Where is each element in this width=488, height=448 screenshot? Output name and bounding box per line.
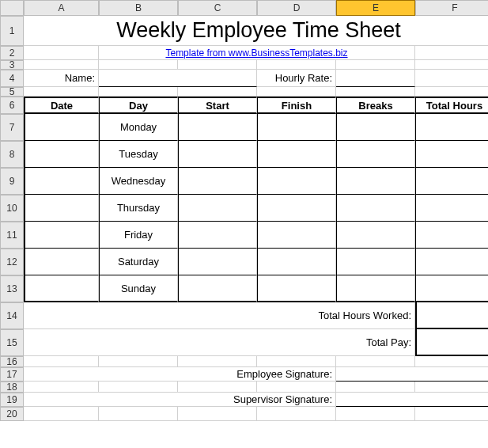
cell-r18c2[interactable] [178, 382, 257, 393]
cell-r3c1[interactable] [99, 60, 178, 70]
data-cell-r1c5[interactable] [415, 141, 488, 168]
total-hours-worked-value[interactable] [415, 302, 488, 329]
cell-r20c2[interactable] [178, 407, 257, 421]
cell-r18c0[interactable] [24, 382, 99, 393]
row-header-5[interactable]: 5 [0, 87, 24, 97]
row-header-9[interactable]: 9 [0, 168, 24, 195]
data-cell-r3c3[interactable] [257, 195, 336, 222]
cell-r16c4[interactable] [336, 356, 415, 367]
day-cell-3[interactable]: Thursday [99, 195, 178, 222]
data-cell-r2c5[interactable] [415, 168, 488, 195]
cell-r18c3[interactable] [257, 382, 336, 393]
template-link[interactable]: Template from www.BusinessTemplates.biz [99, 46, 415, 60]
data-cell-r1c0[interactable] [24, 141, 99, 168]
data-cell-r2c3[interactable] [257, 168, 336, 195]
data-cell-r1c2[interactable] [178, 141, 257, 168]
row-header-15[interactable]: 15 [0, 329, 24, 356]
row-header-4[interactable]: 4 [0, 70, 24, 87]
total-pay-value[interactable] [415, 329, 488, 356]
data-cell-r6c3[interactable] [257, 275, 336, 302]
day-cell-5[interactable]: Saturday [99, 249, 178, 275]
cell-A2[interactable] [24, 46, 99, 60]
cell-r5c3[interactable] [257, 87, 336, 97]
data-cell-r5c4[interactable] [336, 249, 415, 275]
column-header-B[interactable]: B [99, 0, 178, 16]
column-header-E[interactable]: E [336, 0, 415, 16]
employee-signature-line[interactable] [336, 367, 488, 382]
day-cell-2[interactable]: Wednesday [99, 168, 178, 195]
cell-r16c2[interactable] [178, 356, 257, 367]
hourly-rate-input[interactable] [336, 70, 415, 87]
data-cell-r0c0[interactable] [24, 114, 99, 141]
day-cell-1[interactable]: Tuesday [99, 141, 178, 168]
data-cell-r3c0[interactable] [24, 195, 99, 222]
cell-r20c0[interactable] [24, 407, 99, 421]
cell-r20c4[interactable] [336, 407, 415, 421]
data-cell-r5c2[interactable] [178, 249, 257, 275]
day-cell-0[interactable]: Monday [99, 114, 178, 141]
data-cell-r5c5[interactable] [415, 249, 488, 275]
cell-r18c5[interactable] [415, 382, 488, 393]
cell-r5c5[interactable] [415, 87, 488, 97]
cell-r18c4[interactable] [336, 382, 415, 393]
cell-r5c0[interactable] [24, 87, 99, 97]
cell-r5c4[interactable] [336, 87, 415, 97]
row-header-11[interactable]: 11 [0, 222, 24, 249]
name-input[interactable] [99, 70, 257, 87]
row-header-3[interactable]: 3 [0, 60, 24, 70]
cell-r3c3[interactable] [257, 60, 336, 70]
column-header-D[interactable]: D [257, 0, 336, 16]
data-cell-r0c2[interactable] [178, 114, 257, 141]
data-cell-r5c0[interactable] [24, 249, 99, 275]
row-header-19[interactable]: 19 [0, 393, 24, 407]
data-cell-r4c5[interactable] [415, 222, 488, 249]
cell-r16c5[interactable] [415, 356, 488, 367]
data-cell-r3c4[interactable] [336, 195, 415, 222]
cell-r16c3[interactable] [257, 356, 336, 367]
row-header-6[interactable]: 6 [0, 97, 24, 114]
data-cell-r0c5[interactable] [415, 114, 488, 141]
row-header-1[interactable]: 1 [0, 16, 24, 46]
cell-r20c3[interactable] [257, 407, 336, 421]
cell-F2[interactable] [415, 46, 488, 60]
data-cell-r1c4[interactable] [336, 141, 415, 168]
cell-r3c0[interactable] [24, 60, 99, 70]
row-header-7[interactable]: 7 [0, 114, 24, 141]
data-cell-r6c5[interactable] [415, 275, 488, 302]
cell-r3c5[interactable] [415, 60, 488, 70]
cell-r5c2[interactable] [178, 87, 257, 97]
row-header-14[interactable]: 14 [0, 302, 24, 329]
cell-F4[interactable] [415, 70, 488, 87]
day-cell-4[interactable]: Friday [99, 222, 178, 249]
data-cell-r0c3[interactable] [257, 114, 336, 141]
data-cell-r1c3[interactable] [257, 141, 336, 168]
data-cell-r2c2[interactable] [178, 168, 257, 195]
row-header-16[interactable]: 16 [0, 356, 24, 367]
row-header-17[interactable]: 17 [0, 367, 24, 382]
cell-r18c1[interactable] [99, 382, 178, 393]
column-header-F[interactable]: F [415, 0, 488, 16]
row-header-12[interactable]: 12 [0, 249, 24, 275]
row-header-8[interactable]: 8 [0, 141, 24, 168]
cell-r20c5[interactable] [415, 407, 488, 421]
data-cell-r4c3[interactable] [257, 222, 336, 249]
data-cell-r3c2[interactable] [178, 195, 257, 222]
row-header-18[interactable]: 18 [0, 382, 24, 393]
data-cell-r6c0[interactable] [24, 275, 99, 302]
cell-r16c1[interactable] [99, 356, 178, 367]
cell-r3c4[interactable] [336, 60, 415, 70]
cell-r5c1[interactable] [99, 87, 178, 97]
row-header-2[interactable]: 2 [0, 46, 24, 60]
data-cell-r4c4[interactable] [336, 222, 415, 249]
row-header-10[interactable]: 10 [0, 195, 24, 222]
row-header-20[interactable]: 20 [0, 407, 24, 421]
cell-r20c1[interactable] [99, 407, 178, 421]
data-cell-r2c4[interactable] [336, 168, 415, 195]
row-header-13[interactable]: 13 [0, 275, 24, 302]
column-header-C[interactable]: C [178, 0, 257, 16]
data-cell-r5c3[interactable] [257, 249, 336, 275]
day-cell-6[interactable]: Sunday [99, 275, 178, 302]
supervisor-signature-line[interactable] [336, 393, 488, 407]
data-cell-r4c0[interactable] [24, 222, 99, 249]
cell-r3c2[interactable] [178, 60, 257, 70]
